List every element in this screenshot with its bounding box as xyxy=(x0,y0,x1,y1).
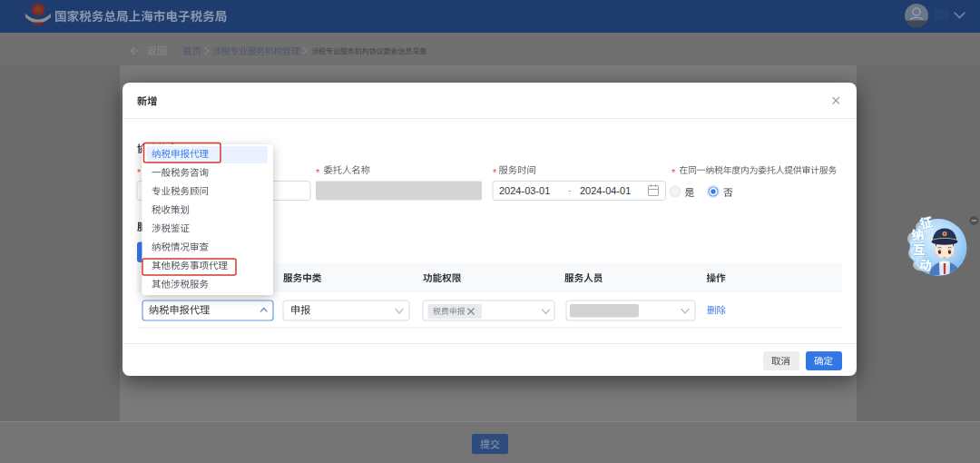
svg-text:*: * xyxy=(493,167,497,178)
svg-text:*: * xyxy=(316,167,320,178)
svg-text:*: * xyxy=(137,167,142,178)
svg-text:-: - xyxy=(568,185,571,195)
svg-text:*: * xyxy=(671,167,676,178)
svg-text:2024-04-01: 2024-04-01 xyxy=(580,185,631,196)
svg-text:2024-03-01: 2024-03-01 xyxy=(499,185,550,196)
